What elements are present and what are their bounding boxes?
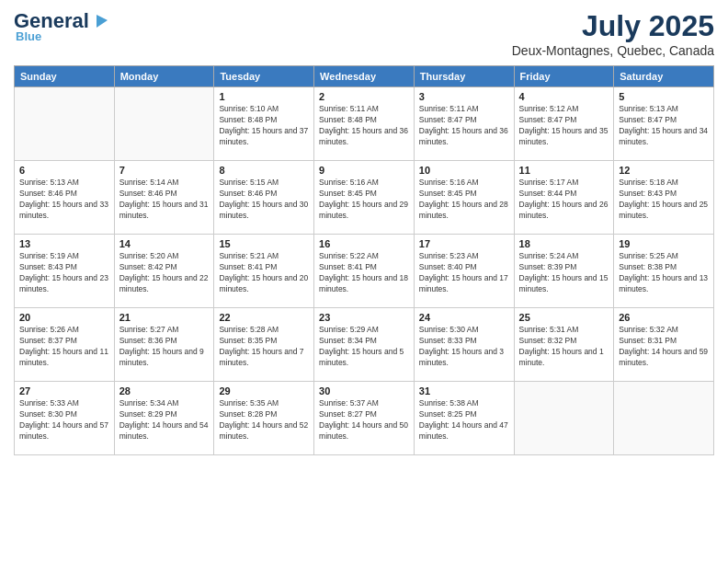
calendar-cell	[15, 87, 115, 161]
day-detail: Sunrise: 5:16 AM Sunset: 8:45 PM Dayligh…	[319, 178, 409, 222]
col-header-tuesday: Tuesday	[214, 66, 314, 87]
day-number: 25	[519, 312, 609, 323]
calendar-cell: 6Sunrise: 5:13 AM Sunset: 8:46 PM Daylig…	[15, 161, 115, 235]
day-detail: Sunrise: 5:32 AM Sunset: 8:31 PM Dayligh…	[619, 325, 709, 369]
week-row-4: 27Sunrise: 5:33 AM Sunset: 8:30 PM Dayli…	[15, 382, 714, 455]
calendar-cell: 30Sunrise: 5:37 AM Sunset: 8:27 PM Dayli…	[314, 382, 415, 455]
day-detail: Sunrise: 5:18 AM Sunset: 8:43 PM Dayligh…	[619, 178, 709, 222]
header-row: SundayMondayTuesdayWednesdayThursdayFrid…	[15, 66, 714, 87]
day-number: 9	[319, 165, 409, 176]
col-header-friday: Friday	[514, 66, 614, 87]
day-number: 22	[219, 312, 309, 323]
day-number: 12	[619, 165, 709, 176]
calendar-cell: 13Sunrise: 5:19 AM Sunset: 8:43 PM Dayli…	[15, 235, 115, 308]
day-detail: Sunrise: 5:23 AM Sunset: 8:40 PM Dayligh…	[419, 251, 509, 295]
day-detail: Sunrise: 5:17 AM Sunset: 8:44 PM Dayligh…	[519, 178, 609, 222]
day-detail: Sunrise: 5:31 AM Sunset: 8:32 PM Dayligh…	[519, 325, 609, 369]
day-number: 30	[319, 385, 409, 396]
calendar-cell: 1Sunrise: 5:10 AM Sunset: 8:48 PM Daylig…	[214, 87, 314, 161]
logo-blue: Blue	[16, 29, 41, 43]
day-number: 1	[219, 91, 309, 102]
calendar-cell: 28Sunrise: 5:34 AM Sunset: 8:29 PM Dayli…	[114, 382, 214, 455]
calendar-cell: 17Sunrise: 5:23 AM Sunset: 8:40 PM Dayli…	[414, 235, 514, 308]
day-detail: Sunrise: 5:12 AM Sunset: 8:47 PM Dayligh…	[519, 104, 609, 148]
day-detail: Sunrise: 5:19 AM Sunset: 8:43 PM Dayligh…	[19, 251, 109, 295]
calendar-table: SundayMondayTuesdayWednesdayThursdayFrid…	[14, 65, 714, 455]
day-number: 8	[219, 165, 309, 176]
day-detail: Sunrise: 5:20 AM Sunset: 8:42 PM Dayligh…	[119, 251, 210, 295]
day-number: 11	[519, 165, 609, 176]
logo-icon	[89, 11, 109, 31]
day-detail: Sunrise: 5:29 AM Sunset: 8:34 PM Dayligh…	[319, 325, 409, 369]
day-detail: Sunrise: 5:10 AM Sunset: 8:48 PM Dayligh…	[219, 104, 309, 148]
calendar-cell: 27Sunrise: 5:33 AM Sunset: 8:30 PM Dayli…	[15, 382, 115, 455]
day-number: 21	[119, 312, 210, 323]
svg-marker-0	[97, 15, 108, 28]
day-number: 23	[319, 312, 409, 323]
day-number: 28	[119, 385, 210, 396]
calendar-cell	[614, 382, 714, 455]
day-number: 17	[419, 238, 509, 249]
day-number: 18	[519, 238, 609, 249]
col-header-saturday: Saturday	[614, 66, 714, 87]
calendar-cell: 5Sunrise: 5:13 AM Sunset: 8:47 PM Daylig…	[614, 87, 714, 161]
day-number: 24	[419, 312, 509, 323]
calendar-cell: 16Sunrise: 5:22 AM Sunset: 8:41 PM Dayli…	[314, 235, 415, 308]
day-detail: Sunrise: 5:34 AM Sunset: 8:29 PM Dayligh…	[119, 398, 210, 442]
day-number: 5	[619, 91, 709, 102]
logo: General Blue	[14, 9, 109, 43]
day-number: 16	[319, 238, 409, 249]
title-area: July 2025 Deux-Montagnes, Quebec, Canada	[512, 9, 714, 58]
calendar-cell: 8Sunrise: 5:15 AM Sunset: 8:46 PM Daylig…	[214, 161, 314, 235]
calendar-cell: 26Sunrise: 5:32 AM Sunset: 8:31 PM Dayli…	[614, 308, 714, 382]
day-detail: Sunrise: 5:22 AM Sunset: 8:41 PM Dayligh…	[319, 251, 409, 295]
calendar-cell: 7Sunrise: 5:14 AM Sunset: 8:46 PM Daylig…	[114, 161, 214, 235]
day-detail: Sunrise: 5:24 AM Sunset: 8:39 PM Dayligh…	[519, 251, 609, 295]
day-number: 31	[419, 385, 509, 396]
calendar-cell: 20Sunrise: 5:26 AM Sunset: 8:37 PM Dayli…	[15, 308, 115, 382]
calendar-cell: 18Sunrise: 5:24 AM Sunset: 8:39 PM Dayli…	[514, 235, 614, 308]
day-detail: Sunrise: 5:25 AM Sunset: 8:38 PM Dayligh…	[619, 251, 709, 295]
day-number: 3	[419, 91, 509, 102]
day-number: 19	[619, 238, 709, 249]
col-header-sunday: Sunday	[15, 66, 115, 87]
calendar-cell: 14Sunrise: 5:20 AM Sunset: 8:42 PM Dayli…	[114, 235, 214, 308]
day-detail: Sunrise: 5:13 AM Sunset: 8:46 PM Dayligh…	[19, 178, 109, 222]
col-header-monday: Monday	[114, 66, 214, 87]
day-detail: Sunrise: 5:30 AM Sunset: 8:33 PM Dayligh…	[419, 325, 509, 369]
calendar-cell: 4Sunrise: 5:12 AM Sunset: 8:47 PM Daylig…	[514, 87, 614, 161]
day-number: 27	[19, 385, 109, 396]
day-detail: Sunrise: 5:15 AM Sunset: 8:46 PM Dayligh…	[219, 178, 309, 222]
day-number: 13	[19, 238, 109, 249]
day-detail: Sunrise: 5:28 AM Sunset: 8:35 PM Dayligh…	[219, 325, 309, 369]
day-number: 2	[319, 91, 409, 102]
calendar-cell: 22Sunrise: 5:28 AM Sunset: 8:35 PM Dayli…	[214, 308, 314, 382]
calendar-cell: 23Sunrise: 5:29 AM Sunset: 8:34 PM Dayli…	[314, 308, 415, 382]
calendar-cell: 15Sunrise: 5:21 AM Sunset: 8:41 PM Dayli…	[214, 235, 314, 308]
week-row-3: 20Sunrise: 5:26 AM Sunset: 8:37 PM Dayli…	[15, 308, 714, 382]
day-number: 4	[519, 91, 609, 102]
calendar-cell	[114, 87, 214, 161]
day-number: 26	[619, 312, 709, 323]
calendar-cell: 2Sunrise: 5:11 AM Sunset: 8:48 PM Daylig…	[314, 87, 415, 161]
day-detail: Sunrise: 5:35 AM Sunset: 8:28 PM Dayligh…	[219, 398, 309, 442]
day-detail: Sunrise: 5:37 AM Sunset: 8:27 PM Dayligh…	[319, 398, 409, 442]
calendar-cell: 29Sunrise: 5:35 AM Sunset: 8:28 PM Dayli…	[214, 382, 314, 455]
main-title: July 2025	[512, 9, 714, 43]
page: General Blue July 2025 Deux-Montagnes, Q…	[0, 0, 728, 563]
calendar-cell: 24Sunrise: 5:30 AM Sunset: 8:33 PM Dayli…	[414, 308, 514, 382]
day-number: 15	[219, 238, 309, 249]
calendar-cell: 21Sunrise: 5:27 AM Sunset: 8:36 PM Dayli…	[114, 308, 214, 382]
calendar-cell: 31Sunrise: 5:38 AM Sunset: 8:25 PM Dayli…	[414, 382, 514, 455]
day-detail: Sunrise: 5:14 AM Sunset: 8:46 PM Dayligh…	[119, 178, 210, 222]
day-number: 6	[19, 165, 109, 176]
subtitle: Deux-Montagnes, Quebec, Canada	[512, 43, 714, 58]
calendar-cell: 3Sunrise: 5:11 AM Sunset: 8:47 PM Daylig…	[414, 87, 514, 161]
calendar-cell: 12Sunrise: 5:18 AM Sunset: 8:43 PM Dayli…	[614, 161, 714, 235]
calendar-cell: 11Sunrise: 5:17 AM Sunset: 8:44 PM Dayli…	[514, 161, 614, 235]
col-header-wednesday: Wednesday	[314, 66, 415, 87]
day-detail: Sunrise: 5:11 AM Sunset: 8:48 PM Dayligh…	[319, 104, 409, 148]
day-number: 7	[119, 165, 210, 176]
day-detail: Sunrise: 5:33 AM Sunset: 8:30 PM Dayligh…	[19, 398, 109, 442]
col-header-thursday: Thursday	[414, 66, 514, 87]
